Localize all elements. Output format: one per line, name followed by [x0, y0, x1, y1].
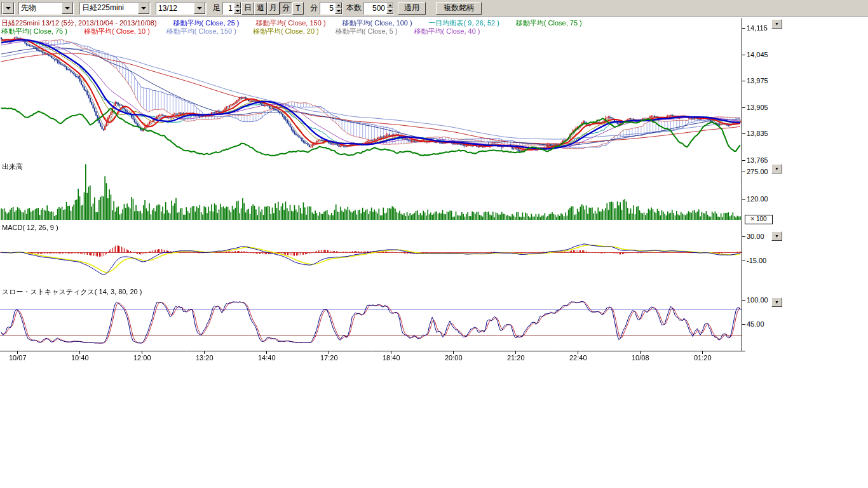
minute-value: 5: [320, 3, 335, 14]
macd-pane-menu-button[interactable]: ▼: [771, 231, 782, 241]
axis-tick-label: 14,115: [747, 24, 768, 32]
period-day-button[interactable]: 日: [241, 2, 254, 15]
toolbar: 先物 日経225mini 13/12 足 1 日 週 月 分 T 分 5: [0, 0, 868, 17]
stoch-pane-label: スロー・ストキャスティクス( 14, 3, 80, 20 ): [2, 287, 142, 297]
minute-input[interactable]: 5: [320, 2, 342, 15]
instrument-type-value: 先物: [19, 3, 61, 13]
time-axis-label: 12:00: [133, 354, 151, 362]
volume-multiplier-badge: × 100: [745, 215, 773, 224]
bar-type-label: 足: [213, 3, 220, 13]
chart-canvas[interactable]: [0, 18, 747, 356]
axis-tick-label: 120.00: [747, 195, 768, 203]
legend-item: 移動平均( Close, 5 ): [336, 27, 398, 36]
period-tick-button[interactable]: T: [292, 2, 304, 15]
period-month-button[interactable]: 月: [267, 2, 280, 15]
time-axis-label: 13:20: [196, 354, 214, 362]
legend-item: 移動平均( Close, 150 ): [166, 27, 236, 36]
bar-interval-input[interactable]: 1: [222, 2, 241, 15]
time-axis-label: 17:20: [320, 354, 338, 362]
time-axis-label: 01:20: [694, 354, 712, 362]
time-axis-label: 18:40: [383, 354, 400, 362]
axis-tick-label: 13,905: [747, 104, 768, 111]
axis-tick-label: 100.00: [747, 296, 768, 304]
bar-interval-value: 1: [223, 3, 234, 14]
time-axis-label: 22:40: [569, 354, 587, 362]
legend-item: 移動平均( Close, 10 ): [84, 27, 150, 36]
time-axis-label: 20:00: [445, 354, 463, 362]
contract-month-value: 13/12: [156, 4, 193, 13]
time-axis-label: 14:40: [258, 354, 276, 362]
bar-count-value: 500: [364, 3, 386, 14]
apply-button[interactable]: 適用: [398, 2, 426, 15]
axis-tick-label: 30.00: [747, 233, 764, 240]
multi-symbol-button[interactable]: 複数銘柄: [436, 2, 482, 15]
dropdown-arrow-icon[interactable]: [62, 3, 73, 14]
period-week-button[interactable]: 週: [254, 2, 267, 15]
axis-tick-label: 13,765: [747, 156, 768, 164]
contract-month-select[interactable]: 13/12: [156, 2, 207, 15]
minute-label: 分: [310, 3, 318, 13]
legend-item: 移動平均( Close, 75 ): [1, 27, 67, 36]
stoch-pane-menu-button[interactable]: ▼: [771, 297, 782, 307]
dropdown-arrow-icon[interactable]: [3, 3, 14, 14]
dropdown-arrow-icon[interactable]: [138, 3, 149, 14]
spin-down-button[interactable]: [335, 8, 342, 14]
axis-tick-label: -15.00: [747, 257, 766, 264]
spin-down-button[interactable]: [386, 8, 393, 14]
spin-up-button[interactable]: [234, 3, 241, 8]
period-minute-button[interactable]: 分: [280, 2, 292, 15]
volume-pane-label: 出来高: [2, 162, 23, 172]
axis-tick-label: 13,975: [747, 77, 768, 85]
time-axis-label: 10:40: [71, 354, 89, 362]
dropdown-arrow-icon[interactable]: [194, 3, 205, 14]
spin-up-button[interactable]: [386, 3, 393, 8]
symbol-value: 日経225mini: [80, 3, 137, 13]
spin-down-button[interactable]: [234, 8, 241, 14]
time-axis-label: 10/08: [632, 354, 649, 362]
bar-count-input[interactable]: 500: [363, 2, 394, 15]
macd-pane-label: MACD( 12, 26, 9 ): [2, 224, 58, 231]
axis-tick-label: 13,835: [747, 130, 768, 137]
legend-row-2: 移動平均( Close, 75 )移動平均( Close, 10 )移動平均( …: [1, 27, 480, 36]
axis-tick-label: 45.00: [747, 320, 764, 328]
legend-item: 移動平均( Close, 40 ): [414, 27, 480, 36]
axis-tick-label: 275.00: [747, 168, 768, 175]
symbol-select[interactable]: 日経225mini: [79, 2, 151, 15]
application-window: 先物 日経225mini 13/12 足 1 日 週 月 分 T 分 5: [0, 0, 868, 488]
spin-up-button[interactable]: [335, 3, 342, 8]
axis-tick-label: 14,045: [747, 51, 768, 58]
volume-pane-menu-button[interactable]: ▼: [771, 164, 782, 173]
legend-item: 移動平均( Close, 20 ): [253, 27, 319, 36]
price-pane-menu-button[interactable]: ▼: [771, 19, 782, 29]
instrument-type-select[interactable]: 先物: [18, 2, 74, 15]
time-axis-label: 10/07: [9, 354, 27, 362]
legend-item: 移動平均( Close, 75 ): [516, 18, 582, 28]
time-axis-label: 21:20: [507, 354, 525, 362]
mini-dropdown[interactable]: [1, 2, 15, 15]
bar-count-label: 本数: [346, 3, 362, 13]
